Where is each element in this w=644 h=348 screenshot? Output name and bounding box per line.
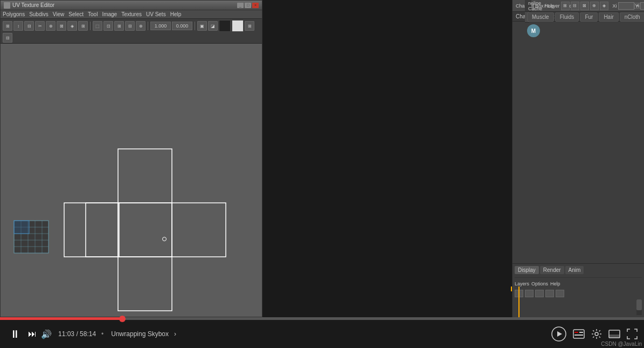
maya-icon-2[interactable]: ⊟ bbox=[571, 2, 579, 10]
video-controls: ⏸ ⏭ 🔊 11:03 / 58:14 • Unwrapping Skybox … bbox=[0, 320, 644, 348]
window-controls: _ □ × bbox=[237, 3, 259, 8]
menu-tool[interactable]: Tool bbox=[88, 11, 98, 17]
menu-neline-cache[interactable]: neline Cache bbox=[528, 1, 542, 11]
theater-button[interactable] bbox=[608, 330, 620, 338]
volume-button[interactable]: 🔊 bbox=[41, 329, 52, 339]
layer-icon-4[interactable] bbox=[545, 290, 554, 297]
toolbar-btn-7[interactable]: ◈ bbox=[67, 21, 77, 31]
ch-tab-render[interactable]: Render bbox=[540, 266, 564, 274]
time-display: 11:03 / 58:14 bbox=[58, 330, 96, 338]
play-circle-button[interactable] bbox=[551, 326, 566, 342]
layers-menu[interactable]: Layers bbox=[515, 281, 529, 286]
progress-fill bbox=[0, 317, 122, 320]
menu-help-maya[interactable]: Help bbox=[544, 3, 555, 9]
cursor bbox=[162, 237, 167, 241]
toolbar-btn-13[interactable]: ⊕ bbox=[136, 21, 146, 31]
uv-unwrap-svg bbox=[1, 87, 263, 317]
toolbar-btn-6[interactable]: ⊠ bbox=[57, 21, 66, 31]
toolbar-btn-4[interactable]: ✂ bbox=[35, 21, 45, 31]
svg-rect-28 bbox=[579, 332, 583, 333]
toolbar-btn-2[interactable]: ↕ bbox=[13, 21, 23, 31]
svg-rect-15 bbox=[14, 221, 29, 234]
svg-rect-2 bbox=[64, 203, 118, 257]
next-button[interactable]: ⏭ bbox=[28, 329, 37, 339]
shelf-tab-hair[interactable]: Hair bbox=[599, 12, 618, 22]
toolbar-btn-1[interactable]: ⊞ bbox=[3, 21, 12, 31]
toolbar-sep-1 bbox=[90, 22, 91, 30]
menu-uvsets[interactable]: UV Sets bbox=[146, 11, 166, 17]
toolbar-btn-17[interactable]: ⊟ bbox=[3, 33, 12, 43]
layer-icons-row bbox=[515, 290, 642, 297]
separator bbox=[515, 277, 642, 278]
toolbar-btn-10[interactable]: ⊡ bbox=[103, 21, 113, 31]
channel-bottom: Display Render Anim Layers Options Help bbox=[513, 263, 644, 317]
fullscreen-button[interactable] bbox=[627, 329, 638, 339]
color-swatch-white[interactable] bbox=[232, 20, 244, 32]
video-right-controls bbox=[551, 326, 638, 342]
maya-shelf-icons: M bbox=[525, 23, 529, 39]
maya-icon-5[interactable]: ◈ bbox=[600, 2, 608, 10]
toolbar-btn-9[interactable]: ⬚ bbox=[93, 21, 102, 31]
toolbar-btn-12[interactable]: ⊟ bbox=[125, 21, 135, 31]
ch-tab-display[interactable]: Display bbox=[515, 266, 539, 274]
close-button[interactable]: × bbox=[252, 3, 259, 8]
maya-shelf-tabs: Muscle Fluids Fur Hair nCloth Custom bbox=[525, 12, 529, 23]
layer-icon-5[interactable] bbox=[556, 290, 564, 297]
play-pause-button[interactable]: ⏸ bbox=[6, 325, 24, 343]
svg-rect-0 bbox=[118, 149, 172, 203]
toolbar-btn-5[interactable]: ⊕ bbox=[46, 21, 56, 31]
layer-icon-2[interactable] bbox=[525, 290, 534, 297]
uv-toolbar: ⊞ ↕ ⊟ ✂ ⊕ ⊠ ◈ ⊞ ⬚ ⊡ ⊞ ⊟ ⊕ ▣ ◪ bbox=[1, 19, 262, 44]
toolbar-btn-15[interactable]: ◪ bbox=[208, 21, 218, 31]
options-menu[interactable]: Options bbox=[531, 281, 548, 286]
uv-title: UV Texture Editor bbox=[12, 2, 54, 8]
channel-content bbox=[513, 22, 644, 263]
menu-subdivs[interactable]: Subdivs bbox=[29, 11, 49, 17]
uv-field-1[interactable] bbox=[150, 22, 171, 30]
color-swatch-black[interactable] bbox=[219, 20, 231, 32]
layer-menu-row: Layers Options Help bbox=[515, 281, 642, 286]
uv-viewport bbox=[1, 44, 262, 317]
shelf-tab-fluids[interactable]: Fluids bbox=[555, 12, 579, 22]
minimize-button[interactable]: _ bbox=[237, 3, 244, 8]
toolbar-btn-14[interactable]: ▣ bbox=[197, 21, 207, 31]
progress-dot bbox=[119, 316, 126, 322]
toolbar-btn-3[interactable]: ⊟ bbox=[24, 21, 34, 31]
subtitles-button[interactable] bbox=[573, 329, 585, 339]
maya-right: neline Cache Help ⊞ ⊟ ⊠ ⊕ ◈ Xi Yi bbox=[262, 0, 644, 317]
scrollbar-thumb[interactable] bbox=[636, 299, 642, 310]
menu-textures[interactable]: Textures bbox=[121, 11, 142, 17]
svg-rect-32 bbox=[609, 335, 620, 338]
maya-icon-3[interactable]: ⊠ bbox=[580, 2, 589, 10]
menu-select[interactable]: Select bbox=[68, 11, 84, 17]
toolbar-btn-8[interactable]: ⊞ bbox=[78, 21, 88, 31]
maya-icon-1[interactable]: ⊞ bbox=[561, 2, 570, 10]
shelf-tab-ncloth[interactable]: nCloth bbox=[620, 12, 644, 22]
csdn-watermark: CSDN @JavaLin bbox=[601, 341, 642, 347]
main-container: UV Texture Editor _ □ × Polygons Subdivs… bbox=[0, 0, 644, 348]
toolbar-btn-16[interactable]: ⊞ bbox=[245, 21, 254, 31]
uv-field-2[interactable] bbox=[172, 22, 192, 30]
help-menu[interactable]: Help bbox=[550, 281, 560, 286]
maya-top-menu: neline Cache Help ⊞ ⊟ ⊠ ⊕ ◈ Xi Yi bbox=[525, 0, 531, 12]
progress-bar[interactable] bbox=[0, 317, 644, 320]
maya-icon-4[interactable]: ⊕ bbox=[590, 2, 599, 10]
x-field[interactable] bbox=[618, 2, 634, 10]
toolbar-btn-11[interactable]: ⊞ bbox=[114, 21, 124, 31]
shelf-tab-fur[interactable]: Fur bbox=[580, 12, 598, 22]
menu-help[interactable]: Help bbox=[170, 11, 182, 17]
toolbar-sep-2 bbox=[148, 22, 148, 30]
separator-dot: • bbox=[101, 330, 103, 338]
menu-polygons[interactable]: Polygons bbox=[3, 11, 25, 17]
y-field[interactable] bbox=[640, 2, 644, 10]
channel-box: Channel Box / Layer Editor _ × Channels … bbox=[512, 0, 644, 317]
shelf-tab-muscle[interactable]: Muscle bbox=[527, 12, 554, 22]
uv-menubar: Polygons Subdivs View Select Tool Image … bbox=[1, 10, 262, 19]
total-time: 58:14 bbox=[80, 330, 96, 338]
menu-image[interactable]: Image bbox=[102, 11, 117, 17]
menu-view[interactable]: View bbox=[53, 11, 65, 17]
ch-tab-anim[interactable]: Anim bbox=[565, 266, 584, 274]
layer-icon-3[interactable] bbox=[535, 290, 544, 297]
maximize-button[interactable]: □ bbox=[245, 3, 251, 8]
settings-button[interactable] bbox=[591, 329, 602, 339]
